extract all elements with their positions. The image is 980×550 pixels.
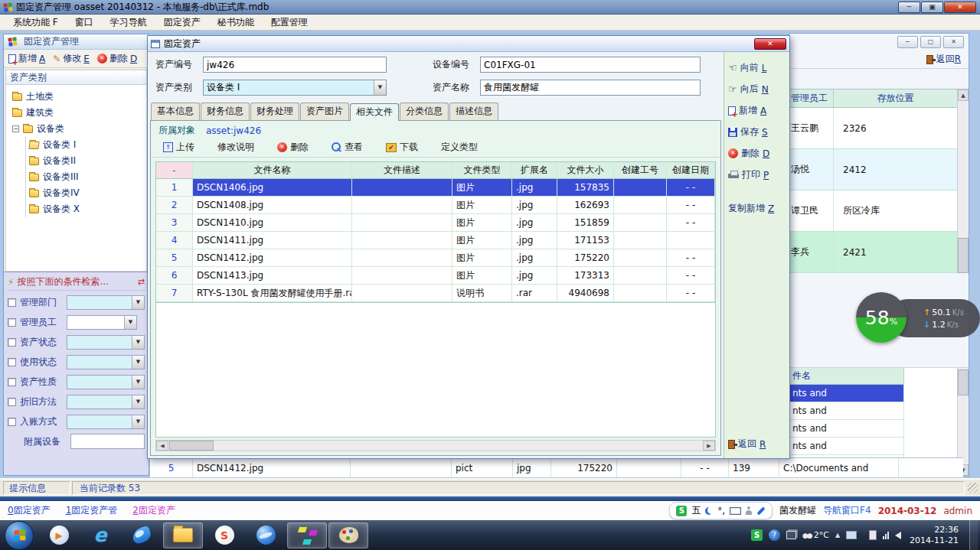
tree-item-land[interactable]: 土地类 [12, 89, 145, 105]
menu-fixed-assets[interactable]: 固定资产 [155, 15, 209, 31]
table-row[interactable]: 7RTY-S-130L 食用菌发酵罐使用手册.rar说明书.rar4940698… [156, 285, 715, 302]
table-row[interactable]: 汤悦 2412 [789, 149, 957, 190]
list-item[interactable]: nts and [789, 420, 904, 438]
prev-button[interactable]: ☜ 向前L [728, 61, 786, 74]
window-switch-icon[interactable] [786, 531, 796, 539]
depreciation-combo[interactable]: ▼ [67, 395, 145, 409]
list-item[interactable]: nts and [789, 385, 904, 402]
display-icon[interactable] [846, 531, 857, 539]
checkbox[interactable] [8, 398, 16, 406]
employee-combo[interactable]: ▼ [67, 315, 137, 330]
tab-related-files[interactable]: 相关文件 [350, 103, 399, 121]
scroll-up-icon[interactable]: ▲ [958, 89, 969, 101]
taskbar-design-tool[interactable] [287, 522, 327, 548]
table-row[interactable]: 4DSCN1411.jpg图片.jpg171153 [156, 232, 715, 249]
close-button[interactable]: ✕ [944, 2, 976, 13]
chevron-down-icon[interactable]: ▼ [124, 316, 136, 329]
table-row[interactable]: 6DSCN1413.jpg图片.jpg173313- - [156, 267, 715, 285]
tree-item-equipment[interactable]: − 设备类 [12, 121, 145, 137]
menu-window[interactable]: 窗口 [67, 15, 102, 31]
taskbar-browser[interactable] [246, 522, 286, 548]
tree-item-equipment-4[interactable]: 设备类IV [29, 185, 145, 201]
help-tray-icon[interactable]: ? [769, 529, 780, 541]
attach-device-input[interactable] [70, 434, 145, 449]
moon-icon[interactable] [705, 507, 713, 515]
asset-no-field[interactable] [203, 57, 387, 73]
checkbox[interactable] [8, 318, 16, 327]
checkbox[interactable] [8, 418, 16, 426]
swap-icon[interactable]: ⇄ [138, 277, 145, 287]
taskbar-media-player[interactable]: ▶ [39, 522, 79, 548]
keyboard-icon[interactable] [730, 507, 741, 515]
taskbar-thunderbird[interactable] [122, 522, 162, 548]
dept-combo[interactable]: ▼ [67, 295, 145, 310]
wrench-icon[interactable] [756, 506, 765, 515]
table-row[interactable]: 李兵 2421 [789, 232, 957, 273]
print-button[interactable]: 打印P [728, 168, 786, 181]
menu-config[interactable]: 配置管理 [263, 15, 316, 31]
menu-secretary[interactable]: 秘书功能 [209, 15, 263, 31]
chevron-down-icon[interactable]: ▼ [374, 80, 386, 95]
window-tab-0[interactable]: 0固定资产 [8, 504, 51, 517]
weather-widget[interactable]: 2°C [802, 530, 829, 540]
add-category-button[interactable]: + 新增A [8, 52, 45, 65]
chevron-down-icon[interactable]: ▼ [132, 336, 144, 349]
scroll-thumb[interactable] [958, 369, 969, 395]
ime-toolbar[interactable]: S 五 °, [669, 502, 773, 519]
delete-file-button[interactable]: ✕ 删除 [277, 141, 309, 154]
table-row[interactable]: 2DSCN1408.jpg图片.jpg162693- - [156, 197, 715, 214]
save-button[interactable]: 保存S [728, 125, 786, 138]
clock[interactable]: 22:36 2014-11-21 [910, 525, 959, 546]
download-button[interactable]: ✔ 下载 [386, 141, 418, 154]
window-tab-2[interactable]: 2固定资产 [132, 504, 175, 517]
tab-description[interactable]: 描述信息 [449, 103, 498, 120]
chevron-down-icon[interactable]: ▼ [132, 415, 144, 428]
punctuation-mode[interactable]: °, [717, 506, 725, 516]
edit-description-button[interactable]: 修改说明 [217, 141, 254, 154]
upload-button[interactable]: ↑ 上传 [163, 141, 194, 154]
scroll-thumb[interactable] [958, 238, 969, 273]
list-item[interactable]: nts and [789, 438, 904, 455]
close-button[interactable]: ✕ [754, 38, 786, 50]
tab-basic-info[interactable]: 基本信息 [151, 103, 200, 120]
taskbar-paint[interactable] [328, 522, 368, 548]
view-button[interactable]: 查看 [332, 141, 363, 154]
return-button[interactable]: 返回R [936, 53, 961, 66]
delete-button[interactable]: ✕ 删除D [728, 147, 786, 160]
define-type-button[interactable]: 定义类型 [441, 141, 478, 154]
clipboard-icon[interactable] [869, 530, 877, 540]
category-combo[interactable]: 设备类 I ▼ [203, 80, 387, 96]
copy-add-button[interactable]: 复制新增Z [728, 202, 786, 215]
tab-asset-images[interactable]: 资产图片 [300, 103, 349, 120]
minimize-button[interactable]: ─ [897, 36, 918, 48]
checkbox[interactable] [8, 338, 16, 347]
menu-system[interactable]: 系统功能 F [5, 15, 67, 31]
table-row[interactable]: 5DSCN1412.jpg图片.jpg175220- - [156, 249, 715, 267]
asset-nature-combo[interactable]: ▼ [67, 375, 145, 389]
chevron-down-icon[interactable]: ▼ [132, 395, 144, 408]
close-icon[interactable]: ✕ [943, 36, 964, 48]
person-icon[interactable] [746, 510, 752, 515]
delete-category-button[interactable]: ✕ 删除D [97, 52, 137, 65]
col-manager[interactable]: 管理员工 [789, 89, 834, 107]
speed-widget[interactable]: ↑50.1K/s ↓1.2K/s 58% [856, 292, 980, 346]
return-button[interactable]: 返回R [728, 438, 786, 451]
tree-item-equipment-2[interactable]: 设备类II [29, 153, 145, 169]
collapse-icon[interactable]: − [12, 125, 19, 132]
resize-grip[interactable] [968, 483, 978, 493]
chevron-down-icon[interactable]: ▼ [132, 356, 144, 369]
restore-button[interactable]: ▣ [921, 2, 943, 13]
background-table-row[interactable]: 5 DSCN1412.jpg pict jpg 175220 - - 139 C… [150, 457, 963, 477]
asset-name-field[interactable] [480, 80, 701, 96]
vertical-scrollbar[interactable]: ▲ [957, 89, 969, 273]
edit-category-button[interactable]: ✎ 修改E [53, 52, 90, 65]
tree-item-building[interactable]: 建筑类 [12, 105, 145, 121]
checkbox[interactable] [8, 378, 16, 386]
tree-item-equipment-x[interactable]: 设备类 X [29, 201, 145, 217]
chevron-down-icon[interactable]: ▼ [132, 296, 144, 309]
table-row[interactable]: 1DSCN1406.jpg图片.jpg157835- - [156, 179, 715, 197]
col-location[interactable]: 存放位置 [834, 89, 957, 107]
minimize-button[interactable]: ─ [898, 2, 920, 13]
taskbar-file-explorer[interactable] [163, 522, 203, 548]
window-tab-1[interactable]: 1固定资产管 [66, 504, 118, 517]
